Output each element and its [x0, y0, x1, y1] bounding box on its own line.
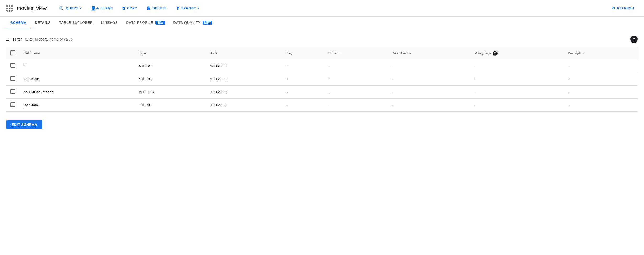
table-row: jsonData STRING NULLABLE - - - - - [6, 99, 638, 112]
field-name-header: Field name [19, 47, 135, 59]
row-checkbox-cell[interactable] [6, 72, 19, 86]
row-checkbox[interactable] [10, 89, 15, 94]
tab-data-quality[interactable]: DATA QUALITY NEW [169, 17, 217, 29]
row-collation: - [324, 86, 388, 99]
type-header: Type [135, 47, 205, 59]
row-description: - [564, 86, 638, 99]
row-default-value: - [388, 59, 471, 72]
data-quality-new-badge: NEW [203, 21, 212, 25]
row-checkbox-cell[interactable] [6, 59, 19, 72]
row-policy-tags: - [471, 86, 564, 99]
row-type: STRING [135, 99, 205, 112]
table-row: schemaId STRING NULLABLE - - - - - [6, 72, 638, 86]
filter-icon [6, 38, 11, 41]
chevron-down-icon: ▾ [80, 7, 81, 10]
query-button[interactable]: 🔍 QUERY ▾ [55, 4, 85, 13]
chevron-down-icon: ▾ [198, 7, 199, 10]
row-key: - [282, 99, 324, 112]
tab-lineage[interactable]: LINEAGE [97, 17, 122, 29]
row-key: - [282, 86, 324, 99]
row-type: INTEGER [135, 86, 205, 99]
row-checkbox-cell[interactable] [6, 99, 19, 112]
row-description: - [564, 99, 638, 112]
row-collation: - [324, 72, 388, 86]
table-header-row: Field name Type Mode Key Collation Defau… [6, 47, 638, 59]
row-mode: NULLABLE [205, 99, 282, 112]
row-description: - [564, 59, 638, 72]
row-checkbox-cell[interactable] [6, 86, 19, 99]
policy-tags-header: Policy Tags ? [471, 47, 564, 59]
schema-table: Field name Type Mode Key Collation Defau… [6, 47, 638, 112]
row-field-name: jsonData [19, 99, 135, 112]
row-collation: - [324, 99, 388, 112]
toolbar: movies_view 🔍 QUERY ▾ 👤+ SHARE ⧉ COPY 🗑 … [0, 0, 644, 17]
row-policy-tags: - [471, 59, 564, 72]
row-policy-tags: - [471, 72, 564, 86]
copy-icon: ⧉ [122, 6, 125, 11]
row-checkbox[interactable] [10, 63, 15, 68]
page-title: movies_view [17, 5, 47, 11]
export-button[interactable]: ⬆ EXPORT ▾ [172, 4, 203, 13]
table-row: id STRING NULLABLE - - - - - [6, 59, 638, 72]
row-mode: NULLABLE [205, 59, 282, 72]
key-header: Key [282, 47, 324, 59]
main-content: Filter ? Field name Type Mode Key Collat… [0, 29, 644, 138]
share-icon: 👤+ [91, 6, 99, 11]
tabs-bar: SCHEMA DETAILS TABLE EXPLORER LINEAGE DA… [0, 17, 644, 29]
row-description: - [564, 72, 638, 86]
description-header: Description [564, 47, 638, 59]
toolbar-actions: 🔍 QUERY ▾ 👤+ SHARE ⧉ COPY 🗑 DELETE ⬆ EXP… [55, 4, 638, 13]
search-icon: 🔍 [59, 6, 64, 11]
refresh-button[interactable]: ↻ REFRESH [608, 4, 638, 13]
help-icon[interactable]: ? [630, 36, 638, 43]
row-mode: NULLABLE [205, 86, 282, 99]
row-key: - [282, 72, 324, 86]
policy-tags-help-icon[interactable]: ? [493, 51, 498, 56]
row-field-name: parentDocumentId [19, 86, 135, 99]
tab-table-explorer[interactable]: TABLE EXPLORER [55, 17, 97, 29]
delete-button[interactable]: 🗑 DELETE [143, 4, 170, 13]
select-all-checkbox[interactable] [10, 50, 15, 55]
checkbox-header[interactable] [6, 47, 19, 59]
apps-grid-icon[interactable] [6, 5, 13, 12]
share-button[interactable]: 👤+ SHARE [87, 4, 117, 13]
filter-label: Filter [6, 37, 22, 41]
edit-schema-button[interactable]: EDIT SCHEMA [6, 120, 42, 129]
copy-button[interactable]: ⧉ COPY [119, 4, 141, 13]
row-policy-tags: - [471, 99, 564, 112]
delete-icon: 🗑 [146, 6, 151, 11]
tab-schema[interactable]: SCHEMA [6, 17, 31, 29]
row-field-name: id [19, 59, 135, 72]
table-row: parentDocumentId INTEGER NULLABLE - - - … [6, 86, 638, 99]
row-checkbox[interactable] [10, 76, 15, 81]
row-collation: - [324, 59, 388, 72]
row-type: STRING [135, 59, 205, 72]
row-key: - [282, 59, 324, 72]
row-default-value: - [388, 86, 471, 99]
row-default-value: - [388, 99, 471, 112]
collation-header: Collation [324, 47, 388, 59]
tab-data-profile[interactable]: DATA PROFILE NEW [122, 17, 169, 29]
refresh-icon: ↻ [612, 6, 615, 11]
row-default-value: - [388, 72, 471, 86]
data-profile-new-badge: NEW [155, 21, 165, 25]
filter-input[interactable] [25, 37, 627, 41]
mode-header: Mode [205, 47, 282, 59]
row-field-name: schemaId [19, 72, 135, 86]
filter-bar: Filter ? [6, 36, 638, 43]
export-icon: ⬆ [176, 6, 180, 11]
row-mode: NULLABLE [205, 72, 282, 86]
tab-details[interactable]: DETAILS [31, 17, 55, 29]
row-checkbox[interactable] [10, 102, 15, 107]
row-type: STRING [135, 72, 205, 86]
default-value-header: Default Value [388, 47, 471, 59]
